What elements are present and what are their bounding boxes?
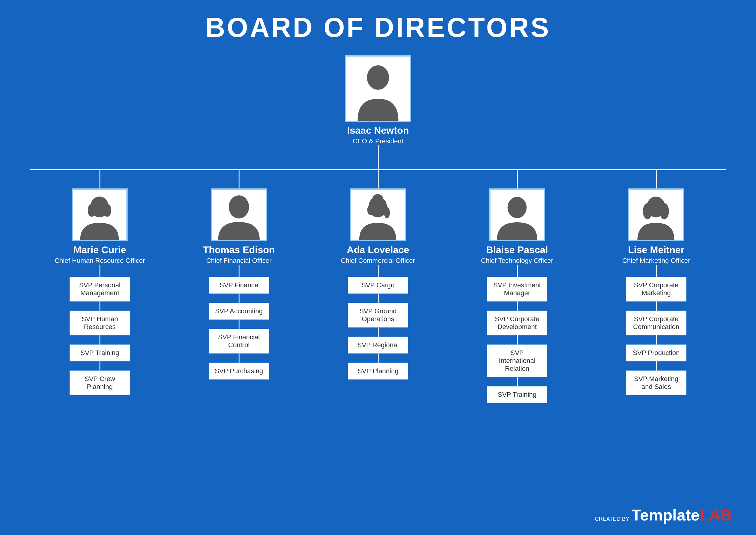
blaise-pascal-name: Blaise Pascal [486, 244, 548, 256]
svp-connector [238, 320, 239, 329]
col1-vline2 [99, 265, 100, 277]
ada-lovelace-avatar [350, 188, 406, 241]
templatelab-logo: CREATED BY Template LAB [595, 507, 732, 523]
logo-text: Template LAB [632, 507, 732, 523]
blaise-pascal-avatar [489, 188, 545, 241]
col1-dropline [99, 170, 100, 188]
svp-connector [378, 327, 378, 337]
ceo-name: Isaac Newton [347, 125, 409, 136]
thomas-edison-name: Thomas Edison [203, 244, 275, 256]
lise-meitner-role: Chief Marketing Officer [622, 257, 690, 265]
svg-point-1 [367, 65, 389, 90]
svp-box: SVP Training [487, 386, 547, 403]
svp-box: SVP Training [70, 345, 130, 361]
svg-point-14 [507, 197, 526, 218]
ceo-avatar [345, 55, 411, 122]
svp-box: SVP Crew Planning [70, 371, 130, 395]
svp-box: SVP International Relation [487, 345, 547, 377]
ada-lovelace-card: Ada Lovelace Chief Commercial Officer [341, 188, 415, 265]
marie-curie-avatar [72, 188, 127, 241]
svp-connector [517, 301, 518, 311]
svp-box: SVP Investment Manager [487, 277, 547, 301]
col4-svps: SVP Investment Manager SVP Corporate Dev… [487, 277, 547, 403]
svg-point-11 [367, 205, 374, 215]
svp-box: SVP Accounting [209, 303, 269, 320]
svp-box: SVP Regional [348, 337, 408, 353]
svp-box: SVP Finance [209, 277, 269, 294]
thomas-edison-role: Chief Financial Officer [206, 257, 271, 265]
col-thomas-edison: Thomas Edison Chief Financial Officer SV… [169, 170, 308, 380]
col3-dropline [378, 170, 378, 188]
thomas-edison-avatar [211, 188, 267, 241]
page-title: BOARD OF DIRECTORS [205, 12, 550, 43]
svp-box: SVP Cargo [348, 277, 408, 294]
created-by-label: CREATED BY [595, 516, 629, 522]
ceo-card: Isaac Newton CEO & President [345, 55, 411, 145]
lise-meitner-name: Lise Meitner [628, 244, 685, 256]
col-marie-curie: Marie Curie Chief Human Resource Officer… [30, 170, 169, 395]
marie-curie-card: Marie Curie Chief Human Resource Officer [54, 188, 145, 265]
marie-curie-role: Chief Human Resource Officer [54, 257, 145, 265]
svp-connector [378, 353, 378, 363]
ceo-level: Isaac Newton CEO & President [345, 55, 411, 145]
template-text: Template [632, 507, 699, 523]
col5-dropline [656, 170, 657, 188]
col2-dropline [238, 170, 239, 188]
svp-connector [656, 335, 657, 345]
svg-point-18 [660, 203, 669, 219]
svg-point-17 [643, 203, 652, 219]
level2-columns: Marie Curie Chief Human Resource Officer… [30, 170, 726, 403]
svp-connector [99, 335, 100, 345]
col5-svps: SVP Corporate Marketing SVP Corporate Co… [626, 277, 686, 395]
ada-lovelace-name: Ada Lovelace [347, 244, 409, 256]
marie-curie-name: Marie Curie [73, 244, 126, 256]
svp-connector [99, 361, 100, 371]
col3-svps: SVP Cargo SVP Ground Operations SVP Regi… [348, 277, 408, 380]
svp-box: SVP Financial Control [209, 329, 269, 353]
svp-connector [378, 294, 378, 303]
svp-connector [517, 377, 518, 386]
thomas-edison-card: Thomas Edison Chief Financial Officer [203, 188, 275, 265]
lab-text: LAB [699, 507, 732, 523]
col3-vline2 [378, 265, 378, 277]
ada-lovelace-role: Chief Commercial Officer [341, 257, 415, 265]
col4-vline2 [517, 265, 518, 277]
lise-meitner-avatar [628, 188, 684, 241]
svp-box: SVP Personal Management [70, 277, 130, 301]
page: BOARD OF DIRECTORS Isaac Newton CEO & Pr… [0, 0, 756, 535]
svp-connector [656, 361, 657, 371]
svg-point-4 [88, 204, 96, 217]
svp-box: SVP Corporate Communication [626, 311, 686, 335]
col-ada-lovelace: Ada Lovelace Chief Commercial Officer SV… [308, 170, 448, 380]
svp-connector [99, 301, 100, 311]
col-blaise-pascal: Blaise Pascal Chief Technology Officer S… [448, 170, 587, 403]
svg-point-12 [384, 207, 390, 218]
col2-vline2 [238, 265, 239, 277]
col1-svps: SVP Personal Management SVP Human Resour… [70, 277, 130, 395]
svp-connector [238, 353, 239, 363]
col-lise-meitner: Lise Meitner Chief Marketing Officer SVP… [587, 170, 726, 395]
svp-box: SVP Corporate Development [487, 311, 547, 335]
blaise-pascal-role: Chief Technology Officer [481, 257, 553, 265]
ceo-vline [378, 145, 378, 169]
svp-connector [517, 335, 518, 345]
col5-vline2 [656, 265, 657, 277]
col4-dropline [517, 170, 518, 188]
svp-box: SVP Corporate Marketing [626, 277, 686, 301]
ceo-role: CEO & President [352, 137, 404, 145]
svg-point-10 [373, 194, 383, 202]
lise-meitner-card: Lise Meitner Chief Marketing Officer [622, 188, 690, 265]
blaise-pascal-card: Blaise Pascal Chief Technology Officer [481, 188, 553, 265]
created-by-section: CREATED BY [595, 516, 629, 522]
svp-box: SVP Purchasing [209, 363, 269, 380]
svg-point-5 [103, 204, 112, 217]
svp-box: SVP Marketing and Sales [626, 371, 686, 395]
top-hline [30, 169, 726, 170]
svp-connector [656, 301, 657, 311]
svp-box: SVP Ground Operations [348, 303, 408, 327]
col2-svps: SVP Finance SVP Accounting SVP Financial… [209, 277, 269, 380]
svp-box: SVP Production [626, 345, 686, 361]
svp-connector [238, 294, 239, 303]
org-tree: Isaac Newton CEO & President [18, 55, 738, 403]
svp-box: SVP Planning [348, 363, 408, 380]
